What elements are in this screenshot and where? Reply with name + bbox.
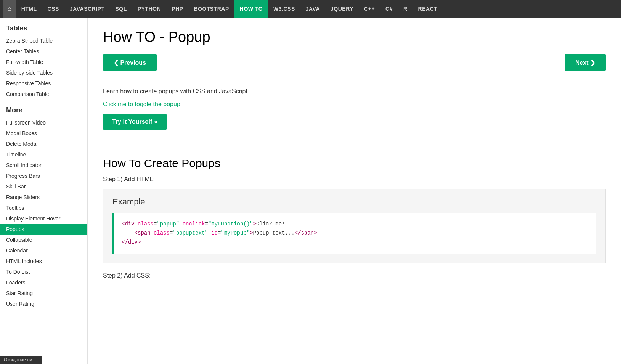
nav-sql[interactable]: SQL [110,0,132,18]
example-title: Example [112,197,596,207]
tables-section-title: Tables [0,18,87,35]
nav-bootstrap[interactable]: BOOTSTRAP [188,0,234,18]
sidebar-item-range-sliders[interactable]: Range Sliders [0,192,87,203]
sidebar-item-skill-bar[interactable]: Skill Bar [0,181,87,192]
example-box: Example <div class="popup" onclick="myFu… [103,189,606,263]
nav-howto[interactable]: HOW TO [234,0,268,18]
sidebar-item-html-includes[interactable]: HTML Includes [0,256,87,267]
sidebar-item-fullscreen-video[interactable]: Fullscreen Video [0,117,87,128]
nav-javascript[interactable]: JAVASCRIPT [64,0,110,18]
sidebar-item-side-by-side-tables[interactable]: Side-by-side Tables [0,67,87,78]
sidebar: Tables Zebra Striped Table Center Tables… [0,18,88,364]
sidebar-item-progress-bars[interactable]: Progress Bars [0,171,87,181]
nav-csharp[interactable]: C# [380,0,398,18]
sidebar-item-zebra-striped-table[interactable]: Zebra Striped Table [0,35,87,46]
status-bar: Ожидание см.... [0,356,42,364]
nav-java[interactable]: JAVA [300,0,325,18]
status-text: Ожидание см.... [4,357,38,362]
sidebar-item-comparison-table[interactable]: Comparison Table [0,89,87,99]
more-section-title: More [0,99,87,117]
divider-2 [103,149,606,149]
sidebar-item-responsive-tables[interactable]: Responsive Tables [0,78,87,89]
nav-w3css[interactable]: W3.CSS [268,0,300,18]
nav-react[interactable]: React [413,0,443,18]
sidebar-item-collapsible[interactable]: Collapsible [0,235,87,245]
top-navigation: ⌂ HTML CSS JAVASCRIPT SQL PYTHON PHP BOO… [0,0,621,18]
sidebar-item-center-tables[interactable]: Center Tables [0,46,87,57]
try-it-yourself-button[interactable]: Try it Yourself » [103,114,167,130]
prev-button[interactable]: ❮ Previous [103,54,157,71]
main-content: How TO - Popup ❮ Previous Next ❯ Learn h… [88,18,621,364]
nav-python[interactable]: PYTHON [132,0,166,18]
toggle-popup-link[interactable]: Click me to toggle the popup! [103,101,606,108]
nav-jquery[interactable]: JQUERY [325,0,359,18]
sidebar-item-full-width-table[interactable]: Full-width Table [0,57,87,67]
next-button[interactable]: Next ❯ [565,54,606,71]
sidebar-item-star-rating[interactable]: Star Rating [0,288,87,299]
sidebar-item-user-rating[interactable]: User Rating [0,299,87,309]
divider-1 [103,80,606,80]
nav-php[interactable]: PHP [166,0,188,18]
nav-html[interactable]: HTML [16,0,42,18]
sidebar-item-popups[interactable]: Popups [0,224,87,235]
step1-text: Step 1) Add HTML: [103,176,606,183]
sidebar-item-modal-boxes[interactable]: Modal Boxes [0,128,87,139]
step2-text: Step 2) Add CSS: [103,272,606,279]
sidebar-item-display-element-hover[interactable]: Display Element Hover [0,213,87,224]
page-layout: Tables Zebra Striped Table Center Tables… [0,18,621,364]
page-title: How TO - Popup [103,29,606,45]
sidebar-item-tooltips[interactable]: Tooltips [0,203,87,213]
sidebar-item-calendar[interactable]: Calendar [0,245,87,256]
sidebar-item-scroll-indicator[interactable]: Scroll Indicator [0,160,87,171]
code-block: <div class="popup" onclick="myFunction()… [112,213,596,254]
nav-r[interactable]: R [398,0,413,18]
nav-buttons: ❮ Previous Next ❯ [103,54,606,71]
home-button[interactable]: ⌂ [3,0,16,18]
section-heading: How To Create Popups [103,157,606,170]
sidebar-item-loaders[interactable]: Loaders [0,277,87,288]
nav-cpp[interactable]: C++ [359,0,380,18]
sidebar-item-delete-modal[interactable]: Delete Modal [0,139,87,149]
sidebar-item-to-do-list[interactable]: To Do List [0,267,87,277]
nav-css[interactable]: CSS [42,0,64,18]
sidebar-item-timeline[interactable]: Timeline [0,149,87,160]
intro-text: Learn how to create popups with CSS and … [103,88,606,95]
